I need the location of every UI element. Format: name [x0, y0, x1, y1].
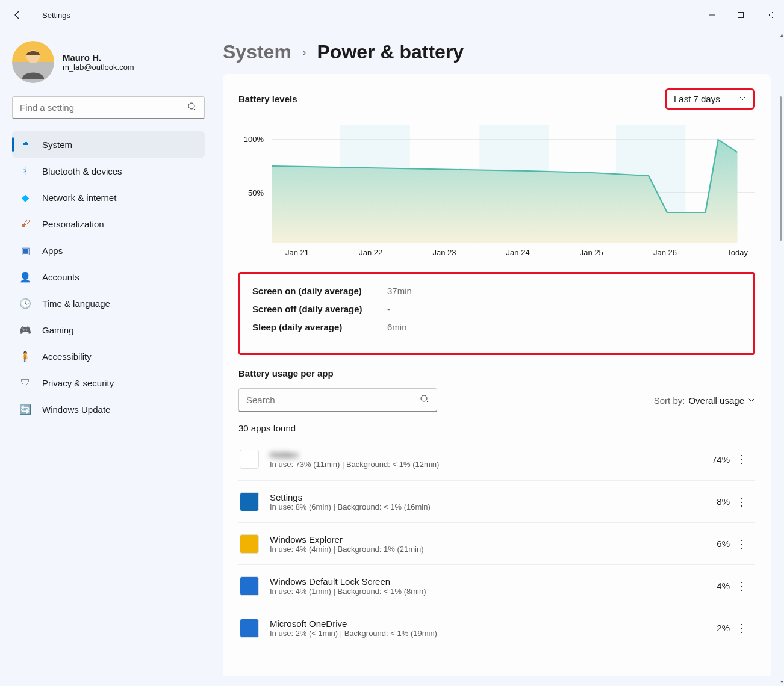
app-name: Windows Explorer — [270, 534, 688, 545]
nav-icon: 🖥 — [19, 138, 31, 150]
more-options-button[interactable]: ⋮ — [730, 495, 754, 508]
more-options-button[interactable]: ⋮ — [730, 622, 754, 635]
sidebar-item-gaming[interactable]: 🎮Gaming — [12, 317, 205, 343]
maximize-button[interactable] — [726, 4, 755, 26]
breadcrumb-parent[interactable]: System — [223, 41, 291, 63]
settings-search[interactable] — [12, 96, 205, 119]
sidebar-item-bluetooth-devices[interactable]: ᚼBluetooth & devices — [12, 158, 205, 184]
stat-value: 6min — [387, 318, 407, 336]
nav-icon: 🖌 — [19, 218, 31, 230]
battery-levels-title: Battery levels — [238, 94, 297, 104]
nav-icon: 🛡 — [19, 377, 31, 389]
more-options-button[interactable]: ⋮ — [730, 537, 754, 551]
svg-point-3 — [188, 103, 194, 109]
minimize-button[interactable] — [697, 4, 726, 26]
sidebar-item-privacy-security[interactable]: 🛡Privacy & security — [12, 369, 205, 396]
nav-label: Network & internet — [42, 193, 116, 203]
back-button[interactable] — [8, 6, 26, 24]
sidebar-item-windows-update[interactable]: 🔄Windows Update — [12, 396, 205, 422]
app-detail: In use: 8% (6min) | Background: < 1% (16… — [270, 502, 688, 511]
nav-label: Accessibility — [42, 351, 92, 362]
sidebar-item-apps[interactable]: ▣Apps — [12, 237, 205, 264]
chevron-down-icon — [748, 395, 755, 406]
search-icon — [420, 394, 429, 406]
app-percent: 8% — [688, 496, 730, 507]
battery-stats: Screen on (daily average)37minScreen off… — [238, 272, 755, 355]
sidebar-item-time-language[interactable]: 🕓Time & language — [12, 290, 205, 317]
app-icon — [240, 534, 259, 554]
sidebar-item-personalization[interactable]: 🖌Personalization — [12, 211, 205, 237]
profile-name: Mauro H. — [63, 52, 134, 63]
time-range-dropdown[interactable]: Last 7 days — [665, 88, 755, 110]
app-row[interactable]: Windows ExplorerIn use: 4% (4min) | Back… — [238, 522, 755, 564]
nav-icon: ◆ — [19, 191, 31, 203]
sidebar-item-network-internet[interactable]: ◆Network & internet — [12, 184, 205, 211]
chart-x-label: Jan 22 — [359, 248, 382, 257]
search-icon — [187, 102, 197, 114]
stat-label: Sleep (daily average) — [252, 318, 367, 336]
app-percent: 4% — [688, 581, 730, 591]
nav-label: Accounts — [42, 272, 79, 282]
app-icon — [240, 576, 259, 596]
app-name: Microsoft OneDrive — [270, 619, 688, 629]
app-row[interactable]: HiddenIn use: 73% (11min) | Background: … — [238, 438, 755, 480]
more-options-button[interactable]: ⋮ — [730, 579, 754, 593]
app-icon — [240, 492, 259, 511]
battery-chart: 100%50% — [238, 125, 755, 261]
nav-label: Time & language — [42, 298, 110, 309]
app-percent: 6% — [688, 539, 730, 549]
stat-label: Screen on (daily average) — [252, 282, 367, 300]
stat-value: - — [387, 300, 390, 318]
app-name: Hidden — [270, 450, 688, 460]
app-row[interactable]: Windows Default Lock ScreenIn use: 4% (1… — [238, 564, 755, 607]
sidebar: Mauro H. m_lab@outlook.com 🖥SystemᚼBluet… — [0, 30, 217, 686]
apps-found-count: 30 apps found — [238, 423, 755, 433]
breadcrumb-current: Power & battery — [317, 41, 464, 63]
app-icon — [240, 450, 259, 469]
chart-x-label: Jan 23 — [432, 248, 456, 257]
stat-value: 37min — [387, 282, 412, 300]
close-button[interactable] — [755, 4, 784, 26]
profile[interactable]: Mauro H. m_lab@outlook.com — [12, 41, 205, 83]
app-search[interactable] — [238, 388, 437, 412]
time-range-value: Last 7 days — [674, 94, 720, 104]
nav-icon: 👤 — [19, 271, 31, 283]
chart-x-label: Jan 26 — [653, 248, 677, 257]
nav-icon: 🕓 — [19, 297, 31, 309]
more-options-button[interactable]: ⋮ — [730, 453, 754, 466]
app-name: Windows Default Lock Screen — [270, 576, 688, 587]
app-name: Settings — [270, 492, 688, 502]
app-row[interactable]: Microsoft OneDriveIn use: 2% (< 1min) | … — [238, 607, 755, 649]
nav-label: System — [42, 140, 72, 150]
app-detail: In use: 4% (1min) | Background: < 1% (8m… — [270, 587, 688, 596]
sidebar-item-accounts[interactable]: 👤Accounts — [12, 264, 205, 290]
scrollbar[interactable]: ▴▾ — [774, 30, 784, 686]
sort-dropdown[interactable]: Sort by: Overall usage — [654, 395, 755, 406]
breadcrumb: System › Power & battery — [223, 41, 771, 63]
profile-email: m_lab@outlook.com — [63, 63, 134, 72]
app-search-input[interactable] — [246, 395, 420, 405]
sort-value: Overall usage — [688, 395, 744, 406]
nav-label: Personalization — [42, 219, 104, 229]
app-detail: In use: 2% (< 1min) | Background: < 1% (… — [270, 629, 688, 638]
chart-x-label: Jan 24 — [506, 248, 530, 257]
sidebar-item-system[interactable]: 🖥System — [12, 131, 205, 158]
avatar — [12, 41, 54, 83]
chart-x-label: Today — [727, 248, 748, 257]
nav-icon: ▣ — [19, 244, 31, 256]
battery-usage-title: Battery usage per app — [238, 368, 755, 379]
app-row[interactable]: SettingsIn use: 8% (6min) | Background: … — [238, 480, 755, 522]
window-title: Settings — [42, 11, 70, 20]
sidebar-item-accessibility[interactable]: 🧍Accessibility — [12, 343, 205, 369]
nav-icon: 🔄 — [19, 403, 31, 415]
nav-label: Privacy & security — [42, 378, 114, 388]
search-input[interactable] — [20, 102, 187, 113]
nav-icon: 🧍 — [19, 350, 31, 362]
nav-icon: 🎮 — [19, 324, 31, 336]
app-icon — [240, 619, 259, 638]
chart-x-label: Jan 25 — [580, 248, 603, 257]
svg-line-11 — [426, 401, 429, 403]
nav-label: Apps — [42, 246, 63, 256]
app-percent: 74% — [688, 454, 730, 465]
svg-point-10 — [421, 395, 427, 401]
